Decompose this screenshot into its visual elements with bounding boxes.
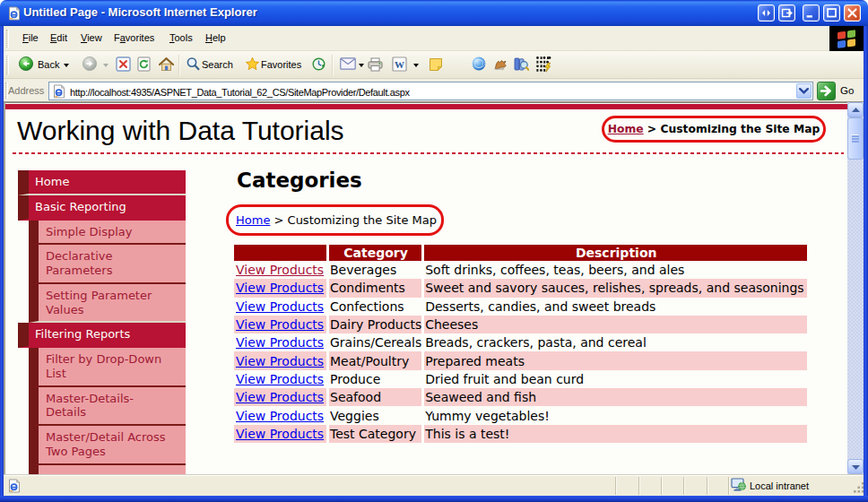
content-breadcrumb-annotation: Home > Customizing the Site Map bbox=[226, 204, 444, 236]
statusbar-divider bbox=[728, 477, 730, 495]
chevron-down-icon bbox=[799, 88, 809, 95]
sidebar-item-simple-display[interactable]: Simple Display bbox=[29, 221, 186, 246]
favorites-label[interactable]: Favorites bbox=[261, 59, 301, 70]
sidebar-item-basic-reporting[interactable]: Basic Reporting bbox=[18, 195, 186, 221]
windows-flag-icon bbox=[835, 28, 858, 49]
address-url[interactable]: http://localhost:4935/ASPNET_Data_Tutori… bbox=[70, 87, 410, 98]
description-cell: Dried fruit and bean curd bbox=[421, 370, 807, 388]
sidebar-item-filter-by-drop-down-list[interactable]: Filter by Drop-Down List bbox=[29, 348, 186, 387]
search-icon[interactable] bbox=[186, 56, 201, 72]
view-products-link[interactable]: View Products bbox=[236, 335, 324, 350]
history-icon[interactable] bbox=[311, 56, 326, 72]
breadcrumb-home-link[interactable]: Home bbox=[608, 123, 644, 135]
view-products-link[interactable]: View Products bbox=[236, 317, 324, 332]
table-row: View ProductsMeat/PoultryPrepared meats bbox=[234, 351, 807, 369]
ie-page-icon bbox=[7, 6, 22, 21]
category-cell: Grains/Cereals bbox=[326, 333, 421, 351]
address-label: Address bbox=[8, 85, 44, 96]
statusbar-divider bbox=[638, 477, 640, 495]
sidebar-item-filtering-reports[interactable]: Filtering Reports bbox=[18, 323, 186, 348]
view-products-link[interactable]: View Products bbox=[236, 390, 324, 404]
home-icon[interactable] bbox=[159, 56, 174, 72]
svg-text:W: W bbox=[395, 59, 404, 70]
menu-favorites[interactable]: Favorites bbox=[112, 26, 156, 50]
scrollbar-thumb[interactable] bbox=[847, 117, 864, 160]
view-products-link[interactable]: View Products bbox=[236, 409, 324, 423]
forward-dropdown-caret[interactable] bbox=[103, 64, 108, 67]
research-icon[interactable] bbox=[514, 56, 529, 72]
address-bar: Address http://localhost:4935/ASPNET_Dat… bbox=[4, 79, 864, 102]
mail-icon[interactable] bbox=[340, 57, 356, 70]
sidebar-item-setting-parameter-values[interactable]: Setting Parameter Values bbox=[29, 284, 186, 324]
search-label[interactable]: Search bbox=[202, 59, 233, 70]
scroll-down-button[interactable] bbox=[847, 459, 864, 474]
table-row: View ProductsGrains/CerealsBreads, crack… bbox=[234, 333, 807, 351]
address-input[interactable]: http://localhost:4935/ASPNET_Data_Tutori… bbox=[48, 82, 813, 100]
fox-addon-icon[interactable] bbox=[492, 56, 508, 71]
menu-help[interactable]: Help bbox=[204, 26, 228, 50]
messenger-note-icon[interactable] bbox=[429, 57, 443, 72]
toolbar: Back Search bbox=[4, 51, 864, 79]
zone-label: Local intranet bbox=[750, 480, 809, 491]
view-products-link[interactable]: View Products bbox=[236, 299, 324, 314]
menubar-grip[interactable] bbox=[6, 30, 9, 48]
sidebar-menu: HomeBasic ReportingSimple DisplayDeclara… bbox=[18, 170, 186, 474]
menu-edit[interactable]: Edit bbox=[48, 26, 69, 50]
categories-table: Category Description View ProductsBevera… bbox=[234, 245, 807, 443]
refresh-icon[interactable] bbox=[136, 56, 152, 72]
print-icon[interactable] bbox=[368, 57, 383, 72]
toolbar-grip[interactable] bbox=[6, 56, 9, 74]
menu-view[interactable]: View bbox=[79, 26, 104, 50]
pan-left-right-button[interactable] bbox=[758, 4, 775, 22]
sidebar-item-declarative-parameters[interactable]: Declarative Parameters bbox=[29, 245, 186, 284]
scroll-up-button[interactable] bbox=[847, 102, 864, 117]
column-header-empty bbox=[234, 245, 326, 261]
sidebar-item-home[interactable]: Home bbox=[18, 170, 186, 195]
close-button[interactable] bbox=[844, 4, 861, 22]
sidebar-item-master-details-details[interactable]: Master-Details-Details bbox=[29, 387, 186, 427]
stop-icon[interactable] bbox=[116, 56, 131, 72]
address-dropdown-button[interactable] bbox=[796, 83, 812, 99]
forward-icon[interactable] bbox=[82, 56, 97, 71]
view-products-link[interactable]: View Products bbox=[236, 372, 324, 386]
menu-tools[interactable]: Tools bbox=[168, 26, 195, 50]
script-debugger-icon[interactable] bbox=[535, 56, 551, 73]
view-products-link[interactable]: View Products bbox=[236, 354, 324, 368]
view-products-link[interactable]: View Products bbox=[236, 263, 324, 277]
sidebar-item-master-detail-across-two-pages[interactable]: Master/Detail Across Two Pages bbox=[29, 426, 186, 465]
thumb-gripper bbox=[852, 135, 859, 137]
favorites-icon[interactable] bbox=[245, 56, 260, 72]
edit-word-icon[interactable]: W bbox=[392, 56, 407, 72]
maximize-button[interactable] bbox=[823, 4, 840, 22]
window-border-left bbox=[0, 26, 4, 502]
edit-dropdown-caret[interactable] bbox=[413, 64, 419, 67]
menu-file[interactable]: File bbox=[21, 26, 40, 50]
go-label[interactable]: Go bbox=[840, 85, 854, 96]
vertical-scrollbar[interactable] bbox=[847, 102, 864, 474]
view-products-link[interactable]: View Products bbox=[236, 427, 324, 441]
scroll-up-arrow-icon bbox=[851, 107, 861, 114]
back-icon[interactable] bbox=[19, 56, 33, 71]
breadcrumb-home-link[interactable]: Home bbox=[236, 213, 270, 227]
back-dropdown-caret[interactable] bbox=[64, 64, 69, 67]
toolbar-separator bbox=[178, 55, 180, 75]
breadcrumb: Home > Customizing the Site Map bbox=[236, 213, 437, 227]
column-header-category: Category bbox=[326, 245, 421, 261]
category-cell: Confections bbox=[326, 298, 421, 316]
go-button[interactable] bbox=[817, 82, 836, 100]
category-cell: Beverages bbox=[326, 261, 421, 279]
dashed-separator bbox=[13, 152, 844, 154]
categories-heading: Categories bbox=[237, 169, 362, 192]
table-row: View ProductsCondimentsSweet and savory … bbox=[234, 279, 807, 297]
back-label[interactable]: Back bbox=[38, 59, 59, 70]
minimize-button[interactable] bbox=[803, 4, 820, 22]
mail-dropdown-caret[interactable] bbox=[359, 64, 364, 67]
sidebar-item-cutoff[interactable] bbox=[29, 465, 186, 475]
windows-throbber bbox=[829, 26, 864, 51]
description-cell: Desserts, candies, and sweet breads bbox=[421, 298, 807, 316]
view-products-link[interactable]: View Products bbox=[236, 281, 324, 295]
category-cell: Dairy Products bbox=[326, 316, 421, 333]
page-title: Working with Data Tutorials bbox=[17, 116, 344, 146]
messenger-sphere-icon[interactable] bbox=[472, 56, 486, 71]
pop-out-button[interactable] bbox=[778, 4, 795, 22]
